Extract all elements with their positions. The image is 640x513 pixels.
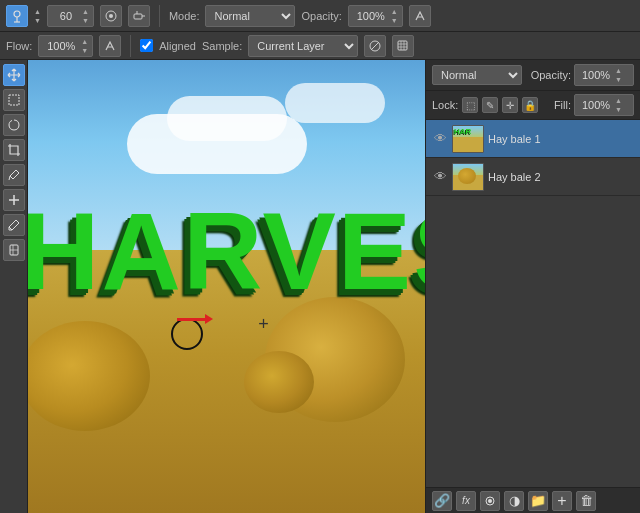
harvest-text: HARVEST [28,196,425,306]
clone-source-icon[interactable] [392,35,414,57]
healing-tool[interactable] [3,189,25,211]
flow-label: Flow: [6,40,32,52]
lock-image-pixels[interactable]: ✎ [482,97,498,113]
layer-visibility-hay-bale-2[interactable]: 👁 [432,169,448,185]
clone-stamp-tool[interactable] [6,5,28,27]
right-panel: Normal Opacity: 100% ▲▼ Lock: ⬚ ✎ ✛ 🔒 [425,60,640,513]
layer-name-hay-bale-1: Hay bale 1 [488,133,634,145]
svg-rect-12 [398,41,407,50]
tool-size-arrows[interactable]: ▲▼ [34,6,41,26]
toolbar-second: Flow: 100% ▲▼ Aligned Sample: Current La… [0,32,640,60]
hay-bale-small [244,351,314,413]
layer-thumbnail-hay-bale-2 [452,163,484,191]
opacity-row: Opacity: 100% ▲▼ [531,64,634,86]
svg-line-18 [9,176,10,180]
layer-link-button[interactable]: 🔗 [432,491,452,511]
layers-opacity-input[interactable]: 100% [579,69,613,81]
always-use-pressure-icon[interactable] [409,5,431,27]
canvas-area[interactable]: HARVEST + [28,60,425,513]
cloud3 [285,83,385,123]
fill-arrows[interactable]: ▲▼ [615,95,622,115]
lock-all[interactable]: 🔒 [522,97,538,113]
opacity-label-layers: Opacity: [531,69,571,81]
flow-input[interactable]: 100% [43,40,79,52]
sep2 [130,35,131,57]
opacity-arrows[interactable]: ▲▼ [391,6,398,26]
mode-select[interactable]: Normal [205,5,295,27]
sample-select[interactable]: Current Layer [248,35,358,57]
opacity-box: 100% ▲▼ [348,5,403,27]
svg-rect-17 [9,95,19,105]
sample-label: Sample: [202,40,242,52]
layer-item-hay-bale-2[interactable]: 👁 Hay bale 2 [426,158,640,196]
lock-position[interactable]: ✛ [502,97,518,113]
layers-blend-header: Normal Opacity: 100% ▲▼ [426,60,640,91]
layers-bottom-toolbar: 🔗 fx ◑ 📁 + 🗑 [426,487,640,513]
main-area: HARVEST + Normal Opacity: 100% ▲▼ [0,60,640,513]
fill-input[interactable]: 100% [579,99,613,111]
brush-tool[interactable] [3,214,25,236]
layer-thumbnail-hay-bale-1: HAR [452,125,484,153]
clone-stamp-tool-side[interactable] [3,239,25,261]
layer-item-hay-bale-1[interactable]: 👁 HAR Hay bale 1 [426,120,640,158]
svg-point-25 [488,499,492,503]
brush-size-box: 60 ▲▼ [47,5,94,27]
layer-fx-button[interactable]: fx [456,491,476,511]
flow-box: 100% ▲▼ [38,35,93,57]
blend-mode-row: Normal [432,65,522,85]
layers-list: 👁 HAR Hay bale 1 👁 [426,120,640,487]
layers-opacity-box: 100% ▲▼ [574,64,634,86]
opacity-input[interactable]: 100% [353,10,389,22]
new-layer-button[interactable]: + [552,491,572,511]
left-panel [0,60,28,513]
lasso-tool[interactable] [3,114,25,136]
cloud2 [167,96,287,141]
layers-opacity-arrows[interactable]: ▲▼ [615,65,622,85]
size-arrows[interactable]: ▲▼ [82,6,89,26]
lock-label: Lock: [432,99,458,111]
blend-mode-select[interactable]: Normal [432,65,522,85]
toolbar-top: ▲▼ 60 ▲▼ Mode: Normal Opacity: 100% ▲▼ [0,0,640,32]
ignore-adjustment-icon[interactable] [364,35,386,57]
aligned-label: Aligned [159,40,196,52]
svg-point-4 [109,14,113,18]
sep1 [159,5,160,27]
flow-pressure-icon[interactable] [99,35,121,57]
fill-label-row: Fill: 100% ▲▼ [554,94,634,116]
eyedropper-tool[interactable] [3,164,25,186]
brush-size-input[interactable]: 60 [52,10,80,22]
mode-label: Mode: [169,10,200,22]
layer-group-button[interactable]: 📁 [528,491,548,511]
aligned-checkbox[interactable] [140,39,153,52]
layer-name-hay-bale-2: Hay bale 2 [488,171,634,183]
crop-tool[interactable] [3,139,25,161]
delete-layer-button[interactable]: 🗑 [576,491,596,511]
brush-options-icon[interactable] [100,5,122,27]
fill-label: Fill: [554,99,571,111]
svg-line-11 [371,42,379,50]
svg-point-0 [14,11,20,17]
flow-arrows[interactable]: ▲▼ [81,36,88,56]
layers-lock-row: Lock: ⬚ ✎ ✛ 🔒 Fill: 100% ▲▼ [426,91,640,120]
layer-mask-button[interactable] [480,491,500,511]
layer-adjustment-button[interactable]: ◑ [504,491,524,511]
lock-transparent-pixels[interactable]: ⬚ [462,97,478,113]
svg-rect-5 [134,14,142,19]
opacity-label: Opacity: [301,10,341,22]
marquee-tool[interactable] [3,89,25,111]
layer-visibility-hay-bale-1[interactable]: 👁 [432,131,448,147]
airbrush-icon[interactable] [128,5,150,27]
fill-box: 100% ▲▼ [574,94,634,116]
move-tool[interactable] [3,64,25,86]
canvas-image: HARVEST + [28,60,425,513]
